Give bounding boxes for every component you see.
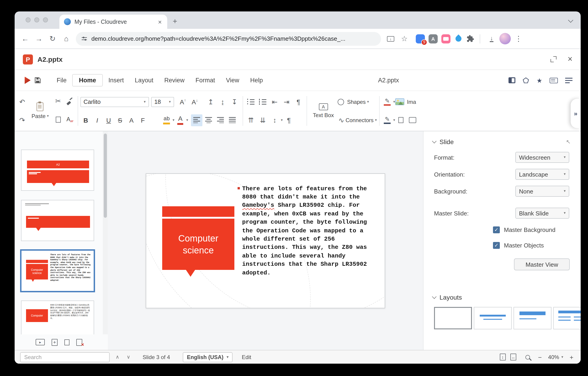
master-objects-checkbox-row[interactable]: ✓ Master Objects [423,241,581,250]
layout-title-content[interactable] [514,307,551,329]
save-icon[interactable] [34,77,41,84]
font-name-select[interactable]: Carlito ▾ [80,97,149,107]
highlight-caret-icon[interactable]: ▾ [172,118,174,122]
decrease-font-button[interactable]: A↓ [189,96,200,108]
valign-middle-icon[interactable]: ↨ [217,96,228,108]
duplicate-slide-icon[interactable] [64,339,69,345]
zoom-in-button[interactable]: + [568,353,575,361]
master-background-checkbox[interactable]: ✓ [493,226,500,233]
minimize-window-button[interactable] [34,17,39,22]
current-slide[interactable]: Computer science There are lots of featu… [146,173,385,308]
slide-thumbnail-2[interactable] [21,200,94,241]
align-left-icon[interactable] [191,114,202,126]
highlight-color-button[interactable]: ab [161,114,172,126]
pentagon-icon[interactable] [523,77,529,83]
orientation-select[interactable]: Landscape ▾ [515,169,569,180]
slide-title-shape[interactable]: Computer science [162,206,234,270]
zoom-level-select[interactable]: 40% ▾ [548,354,563,360]
shape-line-color-button[interactable]: ✎ [382,114,393,126]
underline-button[interactable]: U [103,114,114,126]
strikethrough-button[interactable]: S [115,114,126,126]
paste-button[interactable]: Paste▾ [28,92,52,130]
fit-to-width-icon[interactable]: ↔ [510,354,516,360]
thumbnails-scrollbar[interactable] [103,131,108,334]
fill-color-caret-icon[interactable]: ▾ [393,100,395,104]
extension-icon[interactable]: 9 [416,34,425,43]
toggle-sidebar-icon[interactable] [509,77,515,83]
line-color-caret-icon[interactable]: ▾ [393,118,395,122]
slide-thumbnail-3[interactable]: Computer science There are lots of featu… [21,250,94,291]
previous-slide-icon[interactable]: ∧ [114,354,121,360]
slide-body-text[interactable]: There are lots of features from the 8080… [242,185,369,277]
layout-two-content[interactable] [553,307,581,329]
bookmark-star-icon[interactable]: ☆ [399,33,410,44]
browser-menu-kebab-icon[interactable]: ⋮ [513,33,525,44]
space-after-paragraph-icon[interactable]: ⇊ [257,114,268,126]
extension-a-icon[interactable]: A [429,34,438,43]
redo-button[interactable]: ↷ [16,114,28,126]
insert-table-icon[interactable] [407,114,418,126]
master-view-button[interactable]: Master View [514,258,570,270]
shortcuts-card-icon[interactable] [550,77,558,83]
fit-to-slide-icon[interactable]: ↕ [500,354,505,360]
master-background-checkbox-row[interactable]: ✓ Master Background [423,225,581,234]
start-slideshow-icon[interactable]: ▸ [36,339,45,345]
slide-thumbnail-1[interactable]: A2 [21,150,94,191]
copy-style-brush-icon[interactable] [64,95,75,107]
shapes-button[interactable]: Shapes▾ [337,93,377,111]
image-button[interactable]: Ima [395,93,418,111]
connectors-button[interactable]: ∿ Connectors▾ [337,111,377,129]
menu-tab-insert[interactable]: Insert [103,75,129,86]
close-window-button[interactable] [26,17,31,22]
forward-button[interactable]: → [33,33,45,44]
background-select[interactable]: None ▾ [515,186,569,197]
zoom-out-button[interactable]: − [536,353,544,361]
expand-panel-icon[interactable]: ↖ [566,139,571,145]
text-box-button[interactable]: A Text Box [309,92,337,130]
menu-tab-view[interactable]: View [220,75,245,86]
next-slide-icon[interactable]: ∨ [125,354,132,360]
font-color-caret-icon[interactable]: ▾ [186,118,188,122]
slide-thumbnail-4[interactable]: Computer 8080 芯片的很多功能都没有加入 Gameboy 的夏普 L… [21,300,94,334]
layout-title-subtitle[interactable] [474,307,512,329]
fullscreen-icon[interactable] [551,56,557,62]
line-spacing-icon[interactable]: ↕ [269,114,280,126]
extensions-puzzle-icon[interactable] [466,35,474,43]
downloads-icon[interactable]: ↓ [486,33,498,44]
decrease-indent-icon[interactable]: ⇤ [269,96,280,108]
copy-icon[interactable] [52,113,64,125]
align-right-icon[interactable] [214,114,226,126]
maximize-window-button[interactable] [43,17,48,22]
thumbnails-scrollbar-thumb[interactable] [104,133,107,218]
shape-fill-color-button[interactable]: ✎ [382,96,393,108]
format-select[interactable]: Widescreen ▾ [515,152,569,163]
undo-button[interactable]: ↶ [16,96,28,108]
menu-tab-review[interactable]: Review [159,75,190,86]
bold-button[interactable]: B [80,114,91,126]
bullet-list-icon[interactable] [245,96,257,108]
menu-tab-file[interactable]: File [51,75,72,86]
align-justify-icon[interactable] [226,114,238,126]
back-button[interactable]: ← [19,33,31,44]
collapse-toolbar-icon[interactable] [565,77,572,83]
align-center-icon[interactable] [203,114,214,126]
favorites-star-icon[interactable]: ★ [537,77,542,83]
tab-search-chevron-icon[interactable] [568,18,573,23]
browser-tab[interactable]: My Files - Cloudreve × [59,15,167,29]
menu-tab-help[interactable]: Help [245,75,268,86]
superscript-button[interactable]: A [126,114,137,126]
cut-scissors-icon[interactable]: ✂ [52,95,64,107]
increase-font-button[interactable]: A↑ [177,96,189,108]
italic-button[interactable]: I [92,114,103,126]
toolbar-overflow-button[interactable]: » [571,99,581,128]
tab-close-icon[interactable]: × [157,18,163,25]
paragraph-settings-icon[interactable]: ¶ [283,114,294,126]
zoom-icon[interactable] [525,355,530,359]
font-size-select[interactable]: 18 ▾ [151,97,174,107]
menu-tab-layout[interactable]: Layout [129,75,159,86]
delete-slide-icon[interactable]: × [76,339,82,346]
valign-bottom-icon[interactable]: ↧ [229,96,240,108]
font-color-button[interactable]: A [175,114,186,126]
show-paragraph-marks-icon[interactable]: ¶ [293,96,304,108]
line-spacing-caret-icon[interactable]: ▾ [281,118,283,122]
